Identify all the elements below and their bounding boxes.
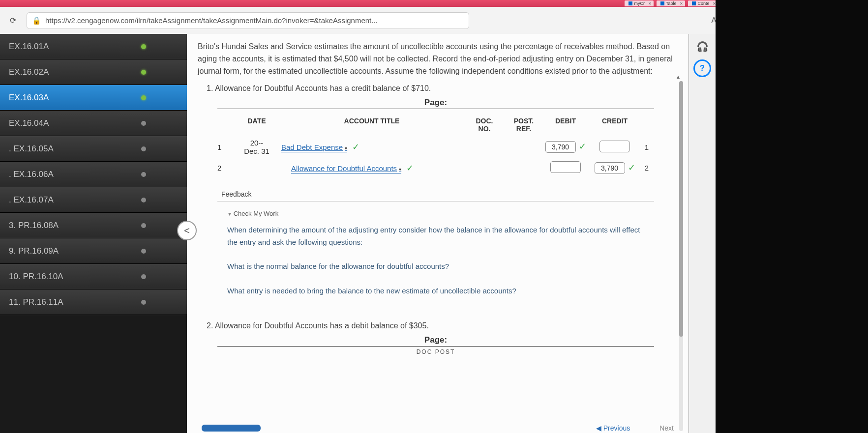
- previous-button[interactable]: ◀ Previous: [596, 424, 630, 432]
- nav-item-pr-16-11a[interactable]: 11. PR.16.11A: [0, 289, 187, 315]
- debit-input[interactable]: [550, 161, 581, 173]
- condition-1: 1. Allowance for Doubtful Accounts has a…: [207, 84, 674, 93]
- status-dot: [141, 172, 146, 177]
- partial-header: DOC POST: [198, 348, 674, 355]
- feedback-text: What entry is needed to bring the balanc…: [227, 285, 644, 297]
- status-dot: [141, 70, 146, 75]
- journal-rule: [217, 109, 654, 109]
- nav-item-ex-16-05a[interactable]: . EX.16.05A: [0, 136, 187, 162]
- nav-item-pr-16-10a[interactable]: 10. PR.16.10A: [0, 264, 187, 289]
- page-label: Page:: [198, 98, 674, 108]
- help-icon[interactable]: ?: [693, 59, 711, 77]
- nav-item-ex-16-04a[interactable]: EX.16.04A: [0, 111, 187, 136]
- journal-header: DATE ACCOUNT TITLE DOC.NO. POST.REF. DEB…: [217, 114, 654, 136]
- status-dot: [141, 300, 146, 305]
- chevron-down-icon: ▾: [345, 145, 347, 151]
- status-dot: [141, 95, 146, 100]
- scrollbar[interactable]: ▴: [677, 73, 686, 431]
- check-icon: ✓: [628, 163, 635, 173]
- status-dot: [141, 44, 146, 49]
- right-sidebar: 🎧 ?: [688, 34, 716, 433]
- browser-tab[interactable]: Conte✕: [688, 0, 718, 6]
- nav-item-ex-16-01a[interactable]: EX.16.01A: [0, 34, 187, 59]
- close-icon[interactable]: ✕: [648, 1, 652, 6]
- status-dot: [141, 223, 146, 228]
- credit-input[interactable]: [599, 141, 630, 152]
- check-icon: ✓: [352, 142, 359, 152]
- page-label: Page:: [198, 335, 674, 345]
- chevron-down-icon: ▾: [399, 167, 401, 172]
- refresh-icon[interactable]: ⟳: [6, 14, 20, 28]
- feedback-text: When determining the amount of the adjus…: [227, 224, 644, 249]
- browser-tab[interactable]: myCr✕: [625, 0, 654, 6]
- status-dot: [141, 249, 146, 254]
- url-text: https://v2.cengagenow.com/ilrn/takeAssig…: [45, 16, 378, 25]
- feedback-header: Feedback: [217, 186, 654, 202]
- journal-row: 2 Allowance for Doubtful Accounts▾ ✓ 3,7…: [217, 158, 654, 177]
- credit-input[interactable]: 3,790: [595, 162, 625, 174]
- problem-text: Brito's Hundai Sales and Service estimat…: [198, 41, 674, 77]
- check-my-work-toggle[interactable]: Check My Work: [227, 208, 644, 219]
- off-screen-area: [716, 0, 868, 433]
- journal-row: 1 20--Dec. 31 Bad Debt Expense▾ ✓ 3,790✓…: [217, 136, 654, 158]
- check-icon: ✓: [406, 163, 414, 173]
- headset-icon[interactable]: 🎧: [693, 38, 711, 56]
- nav-item-ex-16-02a[interactable]: EX.16.02A: [0, 59, 187, 85]
- address-bar[interactable]: 🔒 https://v2.cengagenow.com/ilrn/takeAss…: [27, 12, 469, 29]
- nav-item-ex-16-07a[interactable]: . EX.16.07A: [0, 187, 187, 213]
- debit-input[interactable]: 3,790: [545, 141, 576, 153]
- workspace: EX.16.01A EX.16.02A EX.16.03A EX.16.04A …: [0, 34, 688, 433]
- check-my-work-button[interactable]: [202, 425, 261, 432]
- scroll-thumb[interactable]: [679, 81, 683, 337]
- nav-item-pr-16-09a[interactable]: 9. PR.16.09A: [0, 238, 187, 264]
- journal-table: DATE ACCOUNT TITLE DOC.NO. POST.REF. DEB…: [217, 114, 654, 177]
- status-dot: [141, 121, 146, 126]
- next-button[interactable]: Next: [659, 424, 674, 432]
- status-dot: [141, 146, 146, 151]
- account-dropdown[interactable]: Allowance for Doubtful Accounts▾: [291, 164, 401, 173]
- feedback-text: What is the normal balance for the allow…: [227, 260, 644, 273]
- site-info-icon[interactable]: 🔒: [32, 16, 41, 25]
- nav-item-ex-16-06a[interactable]: . EX.16.06A: [0, 162, 187, 187]
- status-dot: [141, 274, 146, 279]
- check-icon: ✓: [579, 142, 586, 151]
- footer-bar: ◀ Previous Next: [187, 423, 688, 433]
- nav-item-ex-16-03a[interactable]: EX.16.03A: [0, 85, 187, 111]
- nav-item-pr-16-08a[interactable]: 3. PR.16.08A: [0, 213, 187, 238]
- journal-rule: [217, 346, 654, 346]
- tab-strip: myCr✕ Table✕ Conte✕ Ceng✕ +: [0, 0, 765, 7]
- collapse-nav-button[interactable]: <: [177, 221, 197, 240]
- close-icon[interactable]: ✕: [680, 1, 683, 6]
- condition-2: 2. Allowance for Doubtful Accounts has a…: [207, 321, 674, 330]
- feedback-body: Check My Work When determining the amoun…: [227, 208, 644, 297]
- exercise-nav: EX.16.01A EX.16.02A EX.16.03A EX.16.04A …: [0, 34, 187, 433]
- status-dot: [141, 198, 146, 202]
- browser-tab[interactable]: Table✕: [657, 0, 686, 6]
- account-dropdown[interactable]: Bad Debt Expense▾: [281, 143, 347, 152]
- main-content: Brito's Hundai Sales and Service estimat…: [187, 34, 688, 433]
- scroll-up-icon[interactable]: ▴: [677, 73, 680, 80]
